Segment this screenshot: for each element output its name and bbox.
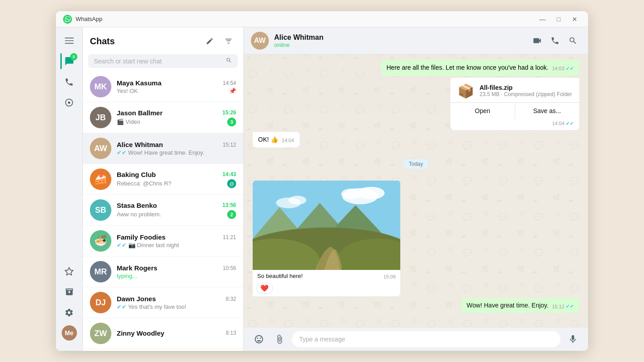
user-avatar[interactable]: Me bbox=[60, 324, 78, 342]
sidebar-menu[interactable] bbox=[60, 32, 78, 50]
svg-point-16 bbox=[288, 196, 306, 205]
message-text-1: Here are all the files. Let me know once… bbox=[386, 64, 548, 71]
video-call-button[interactable] bbox=[529, 33, 545, 49]
voice-message-button[interactable] bbox=[565, 331, 581, 347]
chat-item-stasa[interactable]: SB Stasa Benko 13:56 Aww no problem. 2 bbox=[83, 195, 243, 226]
sidebar: 3 bbox=[56, 27, 83, 351]
check-icon-1: ✔✔ bbox=[566, 65, 574, 72]
app-body: 3 bbox=[56, 27, 588, 351]
input-bar bbox=[244, 328, 588, 351]
chat-item-mark[interactable]: MR Mark Rogers 10:56 typing... bbox=[83, 257, 243, 287]
message-bubble-1: Here are all the files. Let me know once… bbox=[381, 60, 579, 76]
chat-avatar-stasa: SB bbox=[90, 199, 111, 221]
attach-button[interactable] bbox=[271, 331, 288, 347]
chat-info-family: Family Foodies 11:21 ✔✔ 📷 Dinner last ni… bbox=[117, 233, 236, 248]
sidebar-status[interactable] bbox=[60, 93, 78, 111]
chat-avatar-alice: AW bbox=[90, 138, 111, 159]
message-input[interactable] bbox=[292, 331, 560, 347]
emoji-button[interactable] bbox=[251, 331, 267, 347]
unread-badge-baking: @ bbox=[227, 179, 236, 188]
svg-marker-5 bbox=[65, 267, 73, 275]
contact-name: Alice Whitman bbox=[274, 34, 529, 42]
chat-info-stasa: Stasa Benko 13:56 Aww no problem. 2 bbox=[117, 202, 236, 219]
image-caption: So beautiful here! 15:06 bbox=[253, 270, 400, 282]
chat-info-mark: Mark Rogers 10:56 typing... bbox=[117, 264, 236, 279]
svg-rect-2 bbox=[65, 43, 74, 44]
message-time-1: 14:03 ✔✔ bbox=[552, 65, 574, 72]
pin-icon: 📌 bbox=[229, 88, 236, 94]
app-title: WhatsApp bbox=[76, 16, 536, 22]
contact-avatar[interactable]: AW bbox=[251, 32, 269, 50]
sidebar-starred[interactable] bbox=[60, 262, 78, 280]
search-bar bbox=[88, 54, 238, 68]
check-icon-5: ✔✔ bbox=[566, 303, 574, 309]
chat-avatar-mark: MR bbox=[90, 261, 111, 282]
sidebar-chats[interactable]: 3 bbox=[60, 52, 78, 70]
close-button[interactable]: ✕ bbox=[568, 13, 581, 25]
chat-info-maya: Maya Kasuma 14:54 Yes! OK 📌 bbox=[117, 79, 236, 94]
save-file-button[interactable]: Save as... bbox=[515, 103, 579, 119]
message-bubble-5: Wow! Have great time. Enjoy. 15:12 ✔✔ bbox=[461, 298, 579, 313]
chat-list-panel: Chats MK bbox=[83, 27, 244, 351]
file-time: 14:04 ✔✔ bbox=[450, 119, 579, 130]
open-file-button[interactable]: Open bbox=[450, 103, 514, 119]
title-bar: WhatsApp — □ ✕ bbox=[56, 11, 588, 27]
image-caption-text: So beautiful here! bbox=[257, 273, 303, 279]
chat-area: 💬 🌿 ☁ 🌸 AW Alice Whitman online bbox=[244, 27, 588, 351]
chat-item-dawn[interactable]: DJ Dawn Jones 8:32 ✔✔ Yes that's my fave… bbox=[83, 287, 243, 318]
chat-header-info: Alice Whitman online bbox=[274, 34, 529, 48]
message-time-3: 14:04 bbox=[282, 137, 294, 144]
message-text-5: Wow! Have great time. Enjoy. bbox=[466, 302, 548, 309]
sidebar-archive[interactable] bbox=[60, 283, 78, 301]
chat-avatar-jason: JB bbox=[90, 107, 111, 128]
message-row-4: So beautiful here! 15:06 ❤️ bbox=[253, 181, 579, 296]
file-meta: 23.5 MB · Compressed (zipped) Folder bbox=[479, 91, 572, 97]
search-input[interactable] bbox=[94, 58, 226, 65]
message-row-1: Here are all the files. Let me know once… bbox=[253, 60, 579, 76]
new-chat-button[interactable] bbox=[202, 34, 217, 49]
chat-avatar-zinny: ZW bbox=[90, 323, 111, 344]
sidebar-calls[interactable] bbox=[60, 73, 78, 91]
chat-info-alice: Alice Whitman 15:12 ✔✔ Wow! Have great t… bbox=[117, 141, 236, 156]
svg-point-13 bbox=[358, 187, 385, 199]
chat-info-jason: Jason Ballmer 15:26 🎬 Video 3 bbox=[117, 109, 236, 126]
image-bubble: So beautiful here! 15:06 ❤️ bbox=[253, 181, 400, 296]
message-row-2: 📦 All-files.zip 23.5 MB · Compressed (zi… bbox=[253, 78, 579, 130]
search-chat-button[interactable] bbox=[565, 33, 581, 49]
svg-rect-0 bbox=[65, 38, 74, 38]
search-icon bbox=[226, 57, 232, 65]
minimize-button[interactable]: — bbox=[536, 13, 549, 25]
maximize-button[interactable]: □ bbox=[552, 13, 565, 25]
chat-item-baking[interactable]: 🍰 Baking Club 14:43 Rebecca: @Chris R? @ bbox=[83, 164, 243, 195]
reaction-heart: ❤️ bbox=[256, 283, 273, 294]
chat-avatar-family: 🍜 bbox=[90, 230, 111, 252]
image-reaction: ❤️ bbox=[253, 282, 400, 296]
svg-rect-1 bbox=[65, 40, 74, 41]
voice-call-button[interactable] bbox=[547, 33, 563, 49]
chat-info-baking: Baking Club 14:43 Rebecca: @Chris R? @ bbox=[117, 171, 236, 188]
filter-button[interactable] bbox=[221, 34, 236, 49]
file-actions: Open Save as... bbox=[450, 102, 579, 119]
unread-badge-stasa: 2 bbox=[227, 210, 236, 219]
file-info: All-files.zip 23.5 MB · Compressed (zipp… bbox=[479, 84, 572, 97]
message-text-3: OK! 👍 bbox=[258, 136, 278, 143]
file-bubble: 📦 All-files.zip 23.5 MB · Compressed (zi… bbox=[450, 78, 579, 130]
message-row-5: Wow! Have great time. Enjoy. 15:12 ✔✔ bbox=[253, 298, 579, 313]
date-divider-row: Today bbox=[253, 154, 579, 174]
chat-info-dawn: Dawn Jones 8:32 ✔✔ Yes that's my fave to… bbox=[117, 295, 236, 310]
chat-item-zinny[interactable]: ZW Zinny Woodley 8:13 bbox=[83, 318, 243, 349]
chat-item-alice[interactable]: AW Alice Whitman 15:12 ✔✔ Wow! Have grea… bbox=[83, 133, 243, 164]
chat-list-header-icons bbox=[202, 34, 236, 49]
sidebar-settings[interactable] bbox=[60, 303, 78, 321]
file-bubble-top: 📦 All-files.zip 23.5 MB · Compressed (zi… bbox=[450, 78, 579, 102]
chat-header-actions bbox=[529, 33, 581, 49]
image-caption-time: 15:06 bbox=[383, 274, 396, 279]
message-bubble-3: OK! 👍 14:04 bbox=[253, 132, 300, 148]
chat-item-jason[interactable]: JB Jason Ballmer 15:26 🎬 Video 3 bbox=[83, 102, 243, 133]
whatsapp-logo bbox=[63, 15, 72, 24]
chat-item-maya[interactable]: MK Maya Kasuma 14:54 Yes! OK 📌 bbox=[83, 72, 243, 102]
file-name: All-files.zip bbox=[479, 84, 572, 91]
date-divider: Today bbox=[403, 159, 428, 169]
chat-item-family[interactable]: 🍜 Family Foodies 11:21 ✔✔ 📷 Dinner last … bbox=[83, 226, 243, 257]
image-placeholder bbox=[253, 181, 400, 270]
